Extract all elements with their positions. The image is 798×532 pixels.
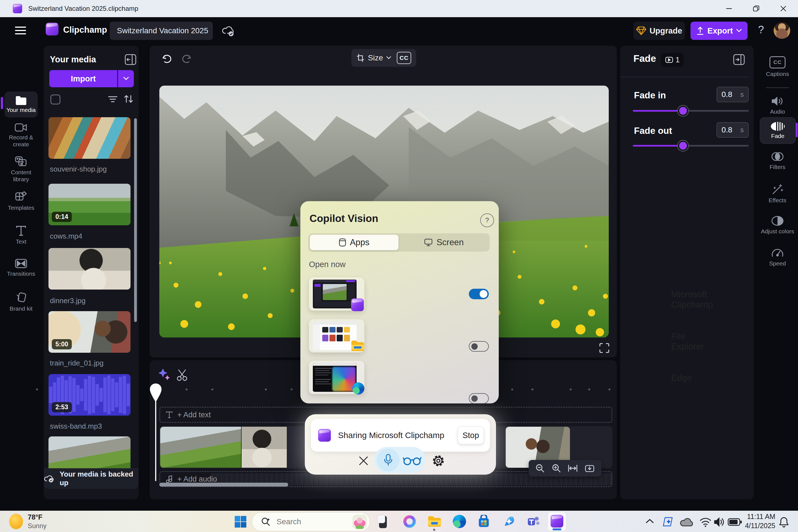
- clipchamp-taskbar-icon: [551, 515, 563, 528]
- tab-captions[interactable]: CC Captions: [759, 56, 796, 78]
- media-item-dinner[interactable]: [49, 248, 131, 289]
- fade-in-value-field[interactable]: 0.8 s: [717, 87, 749, 102]
- avatar[interactable]: [774, 22, 790, 39]
- scrollbar[interactable]: [134, 118, 137, 322]
- weather-temperature[interactable]: 78°F: [28, 513, 42, 521]
- timeline-clip-dinner[interactable]: [242, 427, 287, 468]
- tab-filters[interactable]: Filters: [759, 152, 796, 171]
- teams-taskbar-icon[interactable]: [527, 515, 540, 528]
- microphone-button[interactable]: [377, 449, 400, 471]
- sidebar-item-templates[interactable]: Templates: [3, 191, 39, 211]
- timeline-clip-grass[interactable]: [287, 427, 306, 468]
- tray-clock[interactable]: 11:11 AM 4/11/2025: [744, 513, 775, 530]
- tab-audio[interactable]: Audio: [759, 96, 796, 115]
- wifi-tray-icon[interactable]: [699, 517, 711, 527]
- copilot-vision-glasses-button[interactable]: [401, 452, 424, 469]
- hamburger-menu-button[interactable]: [14, 24, 27, 37]
- zoom-in-icon[interactable]: [552, 463, 561, 473]
- store-taskbar-icon[interactable]: [477, 515, 491, 528]
- sidebar-item-your-media[interactable]: Your media: [4, 92, 38, 117]
- minimize-button[interactable]: [720, 0, 738, 17]
- playhead-handle[interactable]: [150, 383, 162, 402]
- size-dropdown[interactable]: Size: [356, 54, 391, 62]
- speed-icon: [771, 248, 784, 258]
- copilot-tray-icon[interactable]: [663, 516, 674, 528]
- fade-in-slider-thumb[interactable]: [677, 105, 689, 117]
- search-box[interactable]: [252, 512, 370, 531]
- media-item-swiss-band[interactable]: 2:53: [49, 374, 131, 416]
- unit-label: s: [740, 126, 744, 134]
- fit-to-width-icon[interactable]: [568, 464, 578, 472]
- m365-copilot-icon[interactable]: [502, 515, 516, 528]
- media-panel-title: Your media: [50, 55, 96, 64]
- toggle-clipchamp[interactable]: [469, 289, 489, 299]
- sidebar-item-brand-kit[interactable]: Brand kit: [3, 292, 39, 312]
- sidebar-item-label: Brand kit: [10, 305, 33, 312]
- volume-tray-icon[interactable]: [714, 517, 725, 527]
- timeline-scrollbar[interactable]: [159, 483, 288, 487]
- tab-fade[interactable]: Fade: [760, 117, 796, 144]
- edge-taskbar-icon[interactable]: [453, 515, 466, 528]
- collapse-panel-button[interactable]: [733, 54, 745, 65]
- fullscreen-button[interactable]: [599, 343, 610, 353]
- tab-adjust-colors[interactable]: Adjust colors: [759, 216, 796, 235]
- media-item-train-ride[interactable]: 5:00: [49, 311, 131, 353]
- clipchamp-taskbar-active[interactable]: [548, 512, 566, 531]
- filter-button[interactable]: [108, 96, 117, 103]
- close-button[interactable]: [775, 0, 792, 17]
- sidebar-item-content-library[interactable]: Content library: [3, 156, 39, 183]
- tab-effects[interactable]: Effects: [759, 184, 796, 204]
- phone-link-icon[interactable]: [376, 515, 390, 528]
- split-scissors-button[interactable]: [176, 368, 188, 381]
- sidebar-item-text[interactable]: Text: [3, 226, 39, 245]
- fade-out-value-field[interactable]: 0.8 s: [717, 122, 749, 138]
- battery-tray-icon[interactable]: [728, 518, 742, 526]
- snap-icon[interactable]: [585, 464, 595, 473]
- fade-out-slider-thumb[interactable]: [677, 140, 689, 152]
- zoom-out-icon[interactable]: [535, 463, 545, 473]
- file-explorer-taskbar-icon[interactable]: [427, 515, 441, 528]
- import-options-button[interactable]: [118, 70, 134, 87]
- playhead-line[interactable]: [155, 401, 156, 481]
- copilot-settings-button[interactable]: [432, 454, 445, 468]
- captions-toggle-button[interactable]: CC: [397, 52, 411, 64]
- tray-chevron-up[interactable]: [646, 518, 654, 524]
- tray-time: 11:11 AM: [744, 513, 775, 521]
- restore-button[interactable]: [747, 0, 765, 17]
- project-name-field[interactable]: Switzerland Vacation 2025: [110, 22, 213, 40]
- copilot-app-icon[interactable]: [403, 515, 416, 528]
- stop-sharing-button[interactable]: Stop: [458, 426, 484, 444]
- sort-button[interactable]: [124, 94, 134, 103]
- timeline-clip-meadow[interactable]: [160, 427, 241, 468]
- help-button[interactable]: ?: [758, 24, 764, 36]
- toggle-edge[interactable]: [469, 393, 489, 404]
- ai-suggestions-button[interactable]: [157, 367, 172, 382]
- media-item-souvenir[interactable]: [49, 117, 131, 159]
- upgrade-button[interactable]: Upgrade: [633, 22, 685, 40]
- dialog-help-button[interactable]: ?: [480, 213, 494, 227]
- sidebar-item-transitions[interactable]: Transitions: [3, 259, 39, 277]
- tab-speed[interactable]: Speed: [759, 248, 796, 267]
- onedrive-tray-icon[interactable]: [679, 517, 694, 527]
- toggle-file-explorer[interactable]: [469, 341, 489, 352]
- weather-condition[interactable]: Sunny: [28, 522, 46, 530]
- app-topbar: Clipchamp Switzerland Vacation 2025 Upgr…: [0, 17, 798, 45]
- select-all-checkbox[interactable]: [51, 94, 60, 104]
- dialog-tabs: Apps Screen: [308, 233, 490, 252]
- search-input[interactable]: [276, 517, 338, 527]
- media-item-partial[interactable]: [49, 436, 131, 468]
- redo-button[interactable]: [180, 54, 192, 64]
- weather-sun-icon[interactable]: [9, 514, 23, 529]
- sidebar-item-record-create[interactable]: Record & create: [3, 123, 39, 148]
- close-copilot-button[interactable]: [359, 456, 368, 466]
- start-button[interactable]: [234, 515, 247, 528]
- tab-apps[interactable]: Apps: [310, 235, 398, 250]
- tab-screen[interactable]: Screen: [398, 235, 490, 250]
- tab-label: Adjust colors: [761, 228, 794, 235]
- media-item-cows[interactable]: 0:14: [49, 184, 131, 225]
- notification-bell-icon[interactable]: [779, 516, 789, 528]
- collapse-panel-button[interactable]: [125, 54, 136, 65]
- export-button[interactable]: Export: [690, 22, 747, 40]
- import-button[interactable]: Import: [49, 70, 117, 87]
- undo-button[interactable]: [162, 54, 173, 64]
